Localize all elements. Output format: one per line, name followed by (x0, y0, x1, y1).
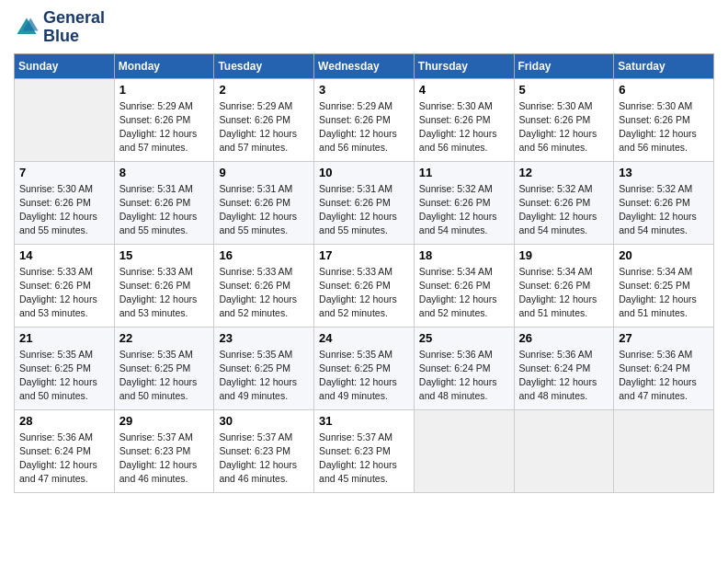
day-info: Sunrise: 5:36 AM Sunset: 6:24 PM Dayligh… (619, 348, 709, 404)
day-info: Sunrise: 5:31 AM Sunset: 6:26 PM Dayligh… (219, 182, 309, 238)
day-number: 15 (119, 248, 210, 262)
day-number: 24 (319, 331, 409, 345)
calendar-cell (15, 78, 115, 161)
day-info: Sunrise: 5:34 AM Sunset: 6:26 PM Dayligh… (519, 265, 609, 321)
day-info: Sunrise: 5:37 AM Sunset: 6:23 PM Dayligh… (319, 431, 409, 487)
day-number: 13 (619, 166, 709, 179)
day-info: Sunrise: 5:36 AM Sunset: 6:24 PM Dayligh… (419, 348, 509, 404)
logo: General Blue (14, 9, 105, 46)
day-number: 16 (219, 248, 309, 262)
day-info: Sunrise: 5:30 AM Sunset: 6:26 PM Dayligh… (19, 182, 109, 238)
calendar-cell: 13Sunrise: 5:32 AM Sunset: 6:26 PM Dayli… (614, 161, 714, 244)
day-info: Sunrise: 5:37 AM Sunset: 6:23 PM Dayligh… (119, 431, 210, 487)
calendar-cell: 25Sunrise: 5:36 AM Sunset: 6:24 PM Dayli… (414, 327, 514, 409)
day-info: Sunrise: 5:33 AM Sunset: 6:26 PM Dayligh… (119, 265, 210, 321)
calendar-cell: 11Sunrise: 5:32 AM Sunset: 6:26 PM Dayli… (414, 161, 514, 244)
calendar-week-row: 21Sunrise: 5:35 AM Sunset: 6:25 PM Dayli… (15, 327, 714, 409)
calendar-table: SundayMondayTuesdayWednesdayThursdayFrid… (14, 53, 714, 493)
day-info: Sunrise: 5:32 AM Sunset: 6:26 PM Dayligh… (519, 182, 609, 238)
calendar-week-row: 28Sunrise: 5:36 AM Sunset: 6:24 PM Dayli… (15, 409, 714, 492)
calendar-cell: 28Sunrise: 5:36 AM Sunset: 6:24 PM Dayli… (15, 409, 115, 492)
day-info: Sunrise: 5:31 AM Sunset: 6:26 PM Dayligh… (319, 182, 409, 238)
header-thursday: Thursday (414, 53, 514, 78)
calendar-week-row: 1Sunrise: 5:29 AM Sunset: 6:26 PM Daylig… (15, 78, 714, 161)
day-info: Sunrise: 5:30 AM Sunset: 6:26 PM Dayligh… (619, 99, 709, 155)
day-number: 17 (319, 248, 409, 262)
day-info: Sunrise: 5:35 AM Sunset: 6:25 PM Dayligh… (319, 348, 409, 404)
day-number: 25 (419, 331, 509, 345)
day-info: Sunrise: 5:29 AM Sunset: 6:26 PM Dayligh… (319, 99, 409, 155)
day-number: 21 (19, 331, 109, 345)
calendar-cell: 1Sunrise: 5:29 AM Sunset: 6:26 PM Daylig… (114, 78, 214, 161)
header-monday: Monday (114, 53, 214, 78)
day-number: 23 (219, 331, 309, 345)
day-number: 2 (219, 83, 309, 97)
calendar-cell: 23Sunrise: 5:35 AM Sunset: 6:25 PM Dayli… (214, 327, 314, 409)
day-info: Sunrise: 5:35 AM Sunset: 6:25 PM Dayligh… (119, 348, 210, 404)
calendar-cell: 31Sunrise: 5:37 AM Sunset: 6:23 PM Dayli… (314, 409, 415, 492)
calendar-cell: 27Sunrise: 5:36 AM Sunset: 6:24 PM Dayli… (614, 327, 714, 409)
calendar-cell: 18Sunrise: 5:34 AM Sunset: 6:26 PM Dayli… (414, 244, 514, 327)
calendar-cell: 22Sunrise: 5:35 AM Sunset: 6:25 PM Dayli… (114, 327, 214, 409)
calendar-cell: 19Sunrise: 5:34 AM Sunset: 6:26 PM Dayli… (514, 244, 614, 327)
day-number: 12 (519, 166, 609, 179)
calendar-cell: 8Sunrise: 5:31 AM Sunset: 6:26 PM Daylig… (114, 161, 214, 244)
day-number: 14 (19, 248, 109, 262)
day-number: 29 (119, 414, 210, 428)
day-number: 31 (319, 414, 409, 428)
calendar-cell: 20Sunrise: 5:34 AM Sunset: 6:25 PM Dayli… (614, 244, 714, 327)
calendar-cell: 12Sunrise: 5:32 AM Sunset: 6:26 PM Dayli… (514, 161, 614, 244)
calendar-cell: 14Sunrise: 5:33 AM Sunset: 6:26 PM Dayli… (15, 244, 115, 327)
day-number: 11 (419, 166, 509, 179)
calendar-cell: 7Sunrise: 5:30 AM Sunset: 6:26 PM Daylig… (15, 161, 115, 244)
day-number: 28 (19, 414, 109, 428)
calendar-cell: 15Sunrise: 5:33 AM Sunset: 6:26 PM Dayli… (114, 244, 214, 327)
calendar-cell: 26Sunrise: 5:36 AM Sunset: 6:24 PM Dayli… (514, 327, 614, 409)
calendar-week-row: 7Sunrise: 5:30 AM Sunset: 6:26 PM Daylig… (15, 161, 714, 244)
day-info: Sunrise: 5:35 AM Sunset: 6:25 PM Dayligh… (19, 348, 109, 404)
day-info: Sunrise: 5:33 AM Sunset: 6:26 PM Dayligh… (219, 265, 309, 321)
calendar-cell: 16Sunrise: 5:33 AM Sunset: 6:26 PM Dayli… (214, 244, 314, 327)
calendar-cell: 9Sunrise: 5:31 AM Sunset: 6:26 PM Daylig… (214, 161, 314, 244)
day-number: 27 (619, 331, 709, 345)
day-info: Sunrise: 5:32 AM Sunset: 6:26 PM Dayligh… (619, 182, 709, 238)
day-number: 18 (419, 248, 509, 262)
day-number: 9 (219, 166, 309, 179)
calendar-cell (414, 409, 514, 492)
day-number: 4 (419, 83, 509, 97)
calendar-cell: 5Sunrise: 5:30 AM Sunset: 6:26 PM Daylig… (514, 78, 614, 161)
calendar-week-row: 14Sunrise: 5:33 AM Sunset: 6:26 PM Dayli… (15, 244, 714, 327)
calendar-cell (614, 409, 714, 492)
calendar-cell: 21Sunrise: 5:35 AM Sunset: 6:25 PM Dayli… (15, 327, 115, 409)
day-number: 20 (619, 248, 709, 262)
day-info: Sunrise: 5:36 AM Sunset: 6:24 PM Dayligh… (519, 348, 609, 404)
day-info: Sunrise: 5:34 AM Sunset: 6:26 PM Dayligh… (419, 265, 509, 321)
calendar-cell: 10Sunrise: 5:31 AM Sunset: 6:26 PM Dayli… (314, 161, 415, 244)
day-info: Sunrise: 5:29 AM Sunset: 6:26 PM Dayligh… (119, 99, 210, 155)
calendar-header-row: SundayMondayTuesdayWednesdayThursdayFrid… (15, 53, 714, 78)
header-wednesday: Wednesday (314, 53, 415, 78)
calendar-cell: 29Sunrise: 5:37 AM Sunset: 6:23 PM Dayli… (114, 409, 214, 492)
day-info: Sunrise: 5:35 AM Sunset: 6:25 PM Dayligh… (219, 348, 309, 404)
day-info: Sunrise: 5:32 AM Sunset: 6:26 PM Dayligh… (419, 182, 509, 238)
day-number: 5 (519, 83, 609, 97)
calendar-cell: 30Sunrise: 5:37 AM Sunset: 6:23 PM Dayli… (214, 409, 314, 492)
day-number: 22 (119, 331, 210, 345)
calendar-cell: 24Sunrise: 5:35 AM Sunset: 6:25 PM Dayli… (314, 327, 415, 409)
day-info: Sunrise: 5:30 AM Sunset: 6:26 PM Dayligh… (419, 99, 509, 155)
day-info: Sunrise: 5:29 AM Sunset: 6:26 PM Dayligh… (219, 99, 309, 155)
day-number: 1 (119, 83, 210, 97)
day-info: Sunrise: 5:31 AM Sunset: 6:26 PM Dayligh… (119, 182, 210, 238)
day-info: Sunrise: 5:33 AM Sunset: 6:26 PM Dayligh… (19, 265, 109, 321)
header-sunday: Sunday (15, 53, 115, 78)
logo-text: General Blue (43, 9, 105, 46)
day-info: Sunrise: 5:30 AM Sunset: 6:26 PM Dayligh… (519, 99, 609, 155)
day-info: Sunrise: 5:37 AM Sunset: 6:23 PM Dayligh… (219, 431, 309, 487)
day-number: 6 (619, 83, 709, 97)
calendar-cell: 2Sunrise: 5:29 AM Sunset: 6:26 PM Daylig… (214, 78, 314, 161)
day-number: 7 (19, 166, 109, 179)
day-number: 3 (319, 83, 409, 97)
day-info: Sunrise: 5:36 AM Sunset: 6:24 PM Dayligh… (19, 431, 109, 487)
day-number: 26 (519, 331, 609, 345)
day-number: 19 (519, 248, 609, 262)
